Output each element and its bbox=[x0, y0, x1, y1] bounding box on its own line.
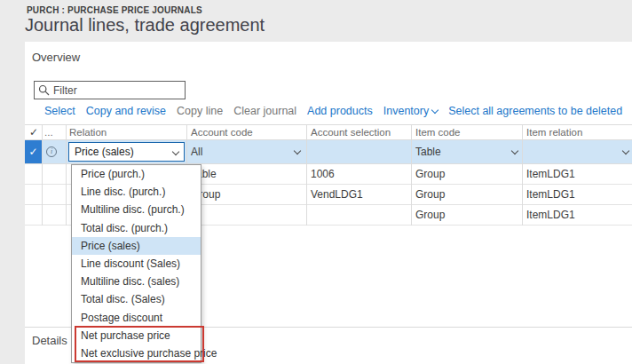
dropdown-item[interactable]: Price (purch.) bbox=[72, 165, 201, 183]
clear-journal-button[interactable]: Clear journal bbox=[233, 105, 296, 117]
select-button[interactable]: Select bbox=[44, 105, 75, 117]
column-header-relation[interactable]: Relation bbox=[69, 127, 107, 138]
select-all-checkbox[interactable]: ✓ bbox=[29, 126, 38, 138]
grid-header-row: ✓ ... Relation Account code Account sele… bbox=[25, 124, 632, 140]
dropdown-item[interactable]: Line disc. (purch.) bbox=[72, 183, 201, 201]
account-code-cell[interactable]: All bbox=[191, 146, 202, 158]
table-row-selected[interactable]: ✓ i Price (sales) All Table bbox=[25, 140, 632, 164]
dropdown-item[interactable]: Postage discount bbox=[72, 309, 201, 327]
chevron-down-icon bbox=[172, 148, 179, 155]
item-relation-cell[interactable]: ItemLDG1 bbox=[526, 209, 575, 221]
column-header-item-code[interactable]: Item code bbox=[415, 127, 461, 138]
dropdown-item[interactable]: Line discount (Sales) bbox=[72, 255, 201, 273]
column-header-more[interactable]: ... bbox=[44, 127, 53, 138]
filter-box bbox=[34, 81, 186, 99]
dropdown-item[interactable]: Multiline disc. (sales) bbox=[72, 273, 201, 290]
relation-dropdown-list: Price (purch.) Line disc. (purch.) Multi… bbox=[71, 164, 201, 363]
relation-combobox-value: Price (sales) bbox=[75, 146, 134, 158]
item-code-cell[interactable]: Group bbox=[415, 168, 445, 180]
column-header-account-selection[interactable]: Account selection bbox=[311, 127, 391, 138]
dropdown-item-selected[interactable]: Price (sales) bbox=[72, 237, 201, 255]
search-icon bbox=[38, 84, 50, 96]
column-header-account-code[interactable]: Account code bbox=[191, 127, 253, 138]
account-selection-cell[interactable]: 1006 bbox=[311, 168, 335, 180]
dropdown-item[interactable]: Net exclusive purchase price bbox=[72, 344, 201, 362]
chevron-down-icon bbox=[431, 107, 438, 114]
column-header-item-relation[interactable]: Item relation bbox=[526, 127, 582, 138]
copy-line-button[interactable]: Copy line bbox=[177, 105, 223, 117]
section-header-overview[interactable]: Overview bbox=[32, 51, 80, 64]
action-toolbar: Select Copy and revise Copy line Clear j… bbox=[44, 105, 622, 117]
chevron-down-icon[interactable] bbox=[511, 147, 518, 154]
section-header-details[interactable]: Details bbox=[32, 334, 67, 347]
item-code-cell[interactable]: Group bbox=[415, 188, 445, 201]
grid-column-divider bbox=[411, 124, 412, 226]
page-title: Journal lines, trade agreement bbox=[25, 15, 265, 36]
inventory-menu-button[interactable]: Inventory bbox=[383, 105, 438, 117]
filter-input[interactable] bbox=[53, 84, 181, 97]
account-selection-cell[interactable]: VendLDG1 bbox=[311, 188, 363, 201]
relation-combobox[interactable]: Price (sales) bbox=[68, 142, 185, 162]
chevron-down-icon[interactable] bbox=[622, 147, 629, 154]
copy-and-revise-button[interactable]: Copy and revise bbox=[86, 105, 166, 117]
dropdown-item[interactable]: Multiline disc. (purch.) bbox=[72, 201, 201, 218]
item-code-cell[interactable]: Group bbox=[415, 209, 445, 221]
add-products-button[interactable]: Add products bbox=[307, 105, 373, 117]
item-relation-cell[interactable]: ItemLDG1 bbox=[526, 168, 575, 180]
select-all-agreements-button[interactable]: Select all agreements to be deleted bbox=[448, 105, 622, 117]
grid-column-divider bbox=[42, 124, 43, 226]
dropdown-item[interactable]: Total disc. (purch.) bbox=[72, 219, 201, 237]
dropdown-item[interactable]: Total disc. (Sales) bbox=[72, 290, 201, 308]
dropdown-item[interactable]: Net purchase price bbox=[72, 327, 201, 344]
chevron-down-icon[interactable] bbox=[294, 147, 301, 154]
info-icon[interactable]: i bbox=[46, 146, 57, 157]
grid-column-divider bbox=[522, 124, 523, 226]
grid-column-divider bbox=[66, 124, 67, 226]
grid-column-divider bbox=[306, 124, 307, 226]
row-selected-check-icon[interactable]: ✓ bbox=[25, 140, 42, 163]
item-relation-cell[interactable]: ItemLDG1 bbox=[526, 188, 575, 201]
item-code-cell[interactable]: Table bbox=[415, 146, 441, 158]
breadcrumb: PURCH : PURCHASE PRICE JOURNALS bbox=[27, 5, 202, 15]
